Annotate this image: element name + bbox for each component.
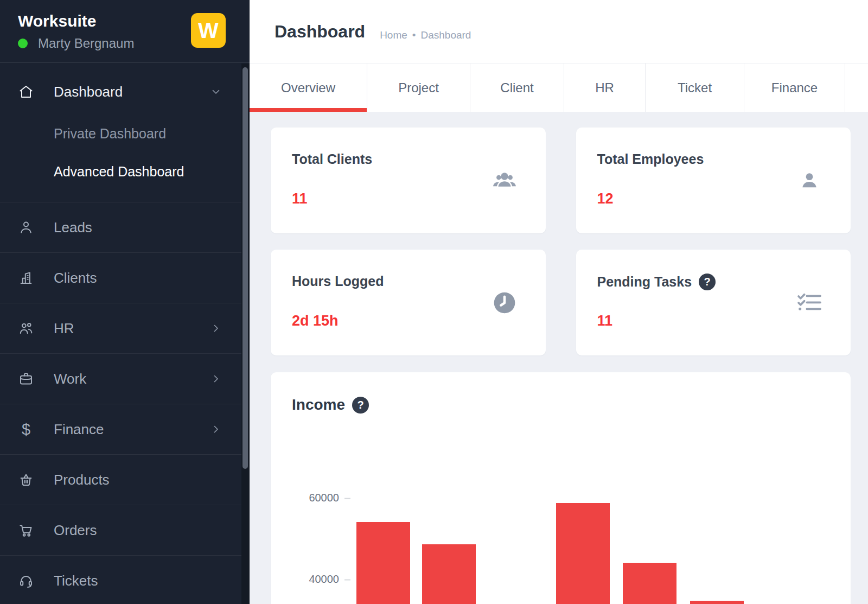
income-bar [690, 601, 744, 604]
income-card: Income ? 60000 40000 [271, 372, 851, 604]
stat-card-title-row: Total Clients [292, 151, 546, 167]
tab-ticket[interactable]: Ticket [646, 63, 744, 112]
stats-grid: Total Clients11Total Employees12Hours Lo… [271, 128, 851, 355]
income-title-row: Income ? [271, 372, 851, 414]
users-group-icon [492, 168, 518, 194]
sidebar-item-tickets[interactable]: Tickets [0, 555, 241, 604]
tab-client[interactable]: Client [470, 63, 564, 112]
stat-card-total-employees: Total Employees12 [576, 128, 851, 233]
sidebar-item-hr[interactable]: HR [0, 303, 241, 353]
tab-label: HR [595, 80, 614, 96]
user-icon [18, 219, 34, 236]
headset-icon [18, 573, 34, 589]
sidebar-item-label: Clients [54, 270, 97, 287]
sidebar-item-label: Finance [54, 421, 104, 438]
tab-label: Client [500, 80, 533, 96]
sidebar: Worksuite Marty Bergnaum W DashboardPriv… [0, 0, 250, 604]
stat-card-value: 11 [292, 190, 308, 207]
breadcrumb-home[interactable]: Home [380, 29, 407, 41]
y-tick-label: 60000 [309, 492, 339, 504]
income-bar [556, 503, 610, 604]
sidebar-item-label: Private Dashboard [54, 126, 166, 142]
breadcrumb-separator: • [412, 29, 416, 41]
sidebar-item-label: Work [54, 371, 86, 387]
sidebar-item-label: Products [54, 472, 110, 488]
sidebar-item-dashboard[interactable]: Dashboard [0, 69, 241, 115]
person-icon [796, 168, 822, 194]
sidebar-nav: DashboardPrivate DashboardAdvanced Dashb… [0, 63, 241, 604]
stat-card-value: 2d 15h [292, 313, 339, 329]
tab-label: Overview [281, 80, 335, 96]
online-status-dot [18, 39, 28, 48]
page-header: Dashboard Home • Dashboard [250, 0, 868, 63]
tab-project[interactable]: Project [367, 63, 470, 112]
sidebar-item-advanced-dashboard[interactable]: Advanced Dashboard [0, 152, 241, 190]
clock-icon [492, 290, 518, 316]
chevron-down-icon[interactable] [209, 85, 222, 98]
tab-label: Project [398, 80, 439, 96]
sidebar-header: Worksuite Marty Bergnaum W [0, 0, 250, 63]
y-axis-tick: 60000 [271, 492, 339, 504]
stat-card-hours-logged: Hours Logged2d 15h [271, 250, 546, 355]
briefcase-icon [18, 371, 34, 387]
tab-overview[interactable]: Overview [250, 63, 367, 112]
y-axis-tick: 40000 [271, 573, 339, 586]
chevron-right-icon[interactable] [209, 423, 222, 436]
home-icon [18, 84, 34, 100]
y-tick-dash [344, 579, 350, 580]
sidebar-scrollbar-thumb[interactable] [242, 67, 248, 469]
help-icon[interactable]: ? [699, 274, 716, 290]
users-icon [18, 320, 34, 336]
task-list-icon [796, 290, 822, 316]
sidebar-item-orders[interactable]: Orders [0, 505, 241, 555]
main-area: Dashboard Home • Dashboard OverviewProje… [250, 0, 868, 604]
chevron-right-icon[interactable] [209, 372, 222, 385]
tab-label: Finance [771, 80, 818, 96]
stat-card-total-clients: Total Clients11 [271, 128, 546, 233]
income-bar [623, 563, 676, 604]
stat-card-title: Total Clients [292, 151, 372, 167]
building-icon [18, 270, 34, 286]
cart-icon [18, 522, 34, 538]
worksuite-logo[interactable]: W [191, 13, 226, 48]
stat-card-value: 12 [597, 190, 614, 207]
stat-card-title-row: Total Employees [597, 151, 851, 167]
user-name: Marty Bergnaum [38, 36, 134, 51]
sidebar-item-leads[interactable]: Leads [0, 202, 241, 252]
logo-letter: W [198, 18, 219, 43]
sidebar-item-clients[interactable]: Clients [0, 252, 241, 303]
chevron-right-icon[interactable] [209, 322, 222, 335]
help-icon[interactable]: ? [352, 397, 369, 414]
sidebar-scrollbar-track[interactable] [241, 63, 250, 604]
sidebar-item-work[interactable]: Work [0, 353, 241, 404]
chevron-down-icon[interactable] [109, 15, 122, 28]
sidebar-item-label: Dashboard [54, 84, 123, 100]
stat-card-value: 11 [597, 313, 613, 329]
app-root: Worksuite Marty Bergnaum W DashboardPriv… [0, 0, 868, 604]
dashboard-tabs: OverviewProjectClientHRTicketFinance [250, 63, 868, 112]
sidebar-item-products[interactable]: Products [0, 454, 241, 505]
stat-card-title: Total Employees [597, 151, 704, 167]
page-title: Dashboard [275, 22, 365, 42]
dollar-icon: $ [18, 421, 34, 437]
income-title: Income [292, 396, 345, 414]
y-tick-label: 40000 [309, 573, 339, 585]
breadcrumb: Home • Dashboard [380, 29, 471, 41]
sidebar-item-finance[interactable]: $Finance [0, 404, 241, 454]
sidebar-item-label: HR [54, 320, 74, 337]
sidebar-item-private-dashboard[interactable]: Private Dashboard [0, 115, 241, 152]
content: Total Clients11Total Employees12Hours Lo… [250, 112, 868, 604]
stat-card-pending-tasks: Pending Tasks?11 [576, 250, 851, 355]
stat-card-title: Hours Logged [292, 274, 384, 289]
stat-card-title-row: Hours Logged [292, 274, 546, 289]
sidebar-item-label: Advanced Dashboard [54, 164, 184, 180]
stat-card-title: Pending Tasks [597, 274, 692, 290]
workspace-switcher[interactable]: Worksuite [18, 12, 96, 30]
sidebar-item-label: Tickets [54, 573, 98, 589]
sidebar-item-label: Orders [54, 522, 97, 539]
breadcrumb-current: Dashboard [420, 29, 471, 41]
sidebar-item-label: Leads [54, 219, 92, 236]
income-bar [422, 544, 476, 604]
tab-finance[interactable]: Finance [744, 63, 845, 112]
tab-hr[interactable]: HR [564, 63, 646, 112]
